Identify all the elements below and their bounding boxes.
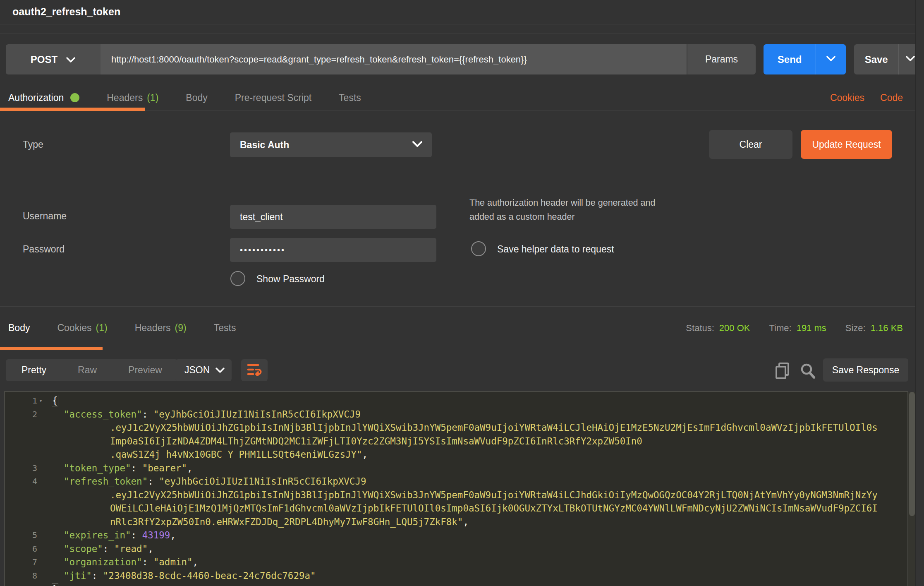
response-meta: Status: 200 OK Time: 191 ms Size: 1.16 K… — [686, 306, 903, 350]
page-scrollbar[interactable] — [915, 0, 924, 586]
url-value: http://host1:8000/oauth/token?scope=read… — [111, 54, 527, 65]
chevron-down-icon — [906, 56, 915, 63]
request-title-bar: oauth2_refresh_token — [0, 0, 916, 24]
request-builder-bar: POST http://host1:8000/oauth/token?scope… — [6, 44, 922, 74]
username-value: test_client — [240, 211, 283, 223]
update-request-button[interactable]: Update Request — [801, 130, 892, 159]
save-helper-checkbox[interactable] — [471, 241, 486, 256]
view-mode-switch: Pretty Raw Preview — [6, 359, 178, 381]
password-field[interactable]: ••••••••••• — [230, 238, 436, 262]
code-line: 4"refresh_token": "eyJhbGciOiJIUzI1NiIsI… — [5, 475, 907, 488]
auth-helper-text: The authorization header will be generat… — [469, 196, 672, 224]
chevron-down-icon — [412, 141, 423, 149]
code-line: 7"organization": "admin", — [5, 555, 907, 569]
response-tab-headers[interactable]: Headers (9) — [121, 306, 200, 350]
search-icon — [799, 374, 816, 381]
code-scrollbar-thumb[interactable] — [909, 392, 915, 516]
search-button[interactable] — [799, 362, 816, 381]
code-line: 2"access_token": "eyJhbGciOiJIUzI1NiIsIn… — [5, 408, 907, 421]
format-value: JSON — [184, 365, 210, 376]
username-label: Username — [23, 211, 67, 222]
params-button[interactable]: Params — [687, 44, 756, 74]
type-label: Type — [23, 139, 43, 150]
postman-window: oauth2_refresh_token POST http://host1:8… — [0, 0, 924, 586]
code-line: OWEiLCJleHAiOjE1MzQ1MjQzMTQsImF1dGhvcml0… — [5, 502, 907, 515]
password-value: ••••••••••• — [240, 245, 285, 255]
show-password-checkbox[interactable] — [230, 271, 245, 286]
copy-button[interactable] — [774, 362, 792, 381]
tab-authorization[interactable]: Authorization — [0, 85, 93, 110]
response-tab-cookies[interactable]: Cookies (1) — [43, 306, 121, 350]
code-line: Imp0aSI6IjIzNDA4ZDM4LThjZGMtNDQ2MC1iZWFj… — [5, 435, 907, 448]
size-badge: Size: 1.16 KB — [845, 323, 903, 334]
auth-type-value: Basic Auth — [240, 139, 412, 151]
auth-credentials-section: Username test_client Password ••••••••••… — [0, 177, 916, 307]
method-label: POST — [31, 54, 57, 65]
send-label[interactable]: Send — [764, 44, 816, 74]
code-link[interactable]: Code — [880, 92, 903, 103]
code-line: .qawS1Z4j_h4vNx10GBC_Y_PHM1LLSQt64eniWLG… — [5, 448, 907, 461]
response-body-editor[interactable]: 1▾{2"access_token": "eyJhbGciOiJIUzI1NiI… — [4, 391, 908, 586]
titlebar-divider — [0, 24, 916, 34]
wrap-text-icon — [247, 363, 262, 378]
code-line: 1▾{ — [5, 394, 907, 408]
code-line: 3"token_type": "bearer", — [5, 461, 907, 475]
time-badge: Time: 191 ms — [769, 323, 826, 334]
auth-configured-dot-icon — [70, 93, 79, 102]
active-tab-underline — [0, 108, 145, 111]
response-toolbar: Pretty Raw Preview JSON — [0, 350, 916, 391]
request-links: Cookies Code — [830, 85, 903, 110]
chevron-down-icon — [826, 56, 835, 63]
code-line: .eyJ1c2VyX25hbWUiOiJhZG1pbiIsInNjb3BlIjp… — [5, 421, 907, 435]
response-tab-body[interactable]: Body — [0, 306, 43, 350]
save-button[interactable]: Save — [854, 44, 922, 74]
wrap-text-button[interactable] — [241, 359, 268, 381]
response-headers-count: (9) — [175, 322, 187, 334]
headers-count: (1) — [147, 92, 158, 103]
code-line: 8"jti": "23408d38-8cdc-4460-beac-24c76dc… — [5, 569, 907, 583]
chevron-down-icon — [215, 365, 225, 376]
code-line: 6"scope": "read", — [5, 542, 907, 556]
code-scrollbar[interactable] — [908, 392, 916, 586]
send-options-button[interactable] — [816, 44, 846, 74]
code-line: .eyJ1c2VyX25hbWUiOiJhZG1pbiIsInNjb3BlIjp… — [5, 488, 907, 502]
send-button[interactable]: Send — [764, 44, 846, 74]
tab-body[interactable]: Body — [172, 85, 221, 110]
response-tab-tests[interactable]: Tests — [200, 306, 250, 350]
username-field[interactable]: test_client — [230, 205, 436, 229]
method-select[interactable]: POST — [6, 44, 101, 74]
save-label[interactable]: Save — [854, 44, 898, 74]
tab-headers[interactable]: Headers (1) — [93, 85, 172, 110]
view-pretty[interactable]: Pretty — [6, 365, 62, 376]
chevron-down-icon — [66, 54, 76, 65]
tab-pre-request-script[interactable]: Pre-request Script — [221, 85, 325, 110]
copy-icon — [774, 374, 792, 381]
view-preview[interactable]: Preview — [113, 365, 178, 376]
cookies-count: (1) — [96, 322, 108, 334]
save-response-button[interactable]: Save Response — [823, 358, 908, 382]
password-label: Password — [23, 244, 65, 255]
page-title: oauth2_refresh_token — [12, 6, 120, 18]
show-password-label: Show Password — [256, 274, 325, 285]
clear-button[interactable]: Clear — [709, 130, 792, 159]
format-select[interactable]: JSON — [175, 359, 232, 381]
fold-toggle-icon[interactable]: ▾ — [37, 394, 52, 408]
auth-type-select[interactable]: Basic Auth — [230, 132, 432, 157]
status-badge: Status: 200 OK — [686, 323, 750, 334]
cookies-link[interactable]: Cookies — [830, 92, 864, 103]
save-helper-label: Save helper data to request — [497, 244, 614, 255]
view-raw[interactable]: Raw — [62, 365, 113, 376]
code-line: 5"expires_in": 43199, — [5, 528, 907, 542]
auth-type-section: Type Basic Auth Clear Update Request — [0, 111, 916, 177]
tab-tests[interactable]: Tests — [325, 85, 375, 110]
url-input[interactable]: http://host1:8000/oauth/token?scope=read… — [101, 44, 687, 74]
code-line: 9} — [5, 582, 907, 586]
request-tabs: Authorization Headers (1) Body Pre-reque… — [0, 85, 916, 111]
code-lines: 1▾{2"access_token": "eyJhbGciOiJIUzI1NiI… — [5, 394, 907, 586]
code-line: nRlc3RfY2xpZW50In0.eHRWxFZDJDq_2RDPL4Dhy… — [5, 515, 907, 529]
